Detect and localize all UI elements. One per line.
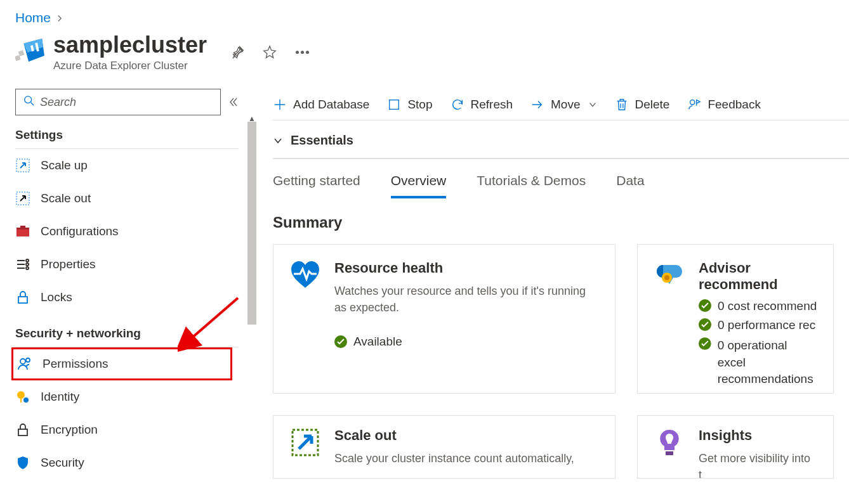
breadcrumb-home-link[interactable]: Home bbox=[15, 10, 51, 25]
sidebar-item-properties[interactable]: Properties bbox=[15, 248, 239, 281]
card-title: Advisor recommend bbox=[699, 260, 817, 293]
svg-rect-15 bbox=[18, 297, 27, 303]
shield-icon bbox=[15, 455, 30, 470]
tab-getting-started[interactable]: Getting started bbox=[273, 173, 360, 198]
sidebar-item-label: Permissions bbox=[43, 357, 108, 371]
favorite-star-icon[interactable] bbox=[263, 45, 277, 59]
sidebar-item-label: Scale out bbox=[41, 191, 91, 205]
sidebar-item-identity[interactable]: Identity bbox=[15, 380, 239, 413]
tab-bar: Getting started Overview Tutorials & Dem… bbox=[273, 159, 849, 204]
delete-button[interactable]: Delete bbox=[615, 98, 670, 112]
sidebar-item-scale-up[interactable]: Scale up bbox=[15, 149, 239, 182]
sidebar-section-settings: Settings bbox=[15, 128, 239, 149]
sidebar-item-security[interactable]: Security bbox=[15, 446, 239, 479]
sidebar: Settings Scale up Scale out Configuratio… bbox=[0, 89, 241, 494]
cluster-icon bbox=[15, 37, 44, 67]
sidebar-item-configurations[interactable]: Configurations bbox=[15, 215, 239, 248]
pin-icon[interactable] bbox=[231, 45, 245, 59]
card-title: Resource health bbox=[334, 260, 598, 276]
card-desc: Scale your cluster instance count automa… bbox=[334, 450, 574, 467]
svg-rect-19 bbox=[20, 397, 22, 403]
sidebar-item-permissions[interactable]: Permissions bbox=[11, 347, 232, 380]
permissions-icon bbox=[17, 356, 32, 372]
command-toolbar: Add Database Stop Refresh Move Delete bbox=[273, 89, 849, 120]
svg-rect-9 bbox=[16, 229, 29, 236]
svg-point-17 bbox=[26, 358, 30, 362]
svg-rect-32 bbox=[666, 451, 673, 455]
breadcrumb-separator bbox=[56, 10, 63, 25]
add-database-button[interactable]: Add Database bbox=[273, 98, 369, 112]
svg-point-6 bbox=[25, 96, 32, 103]
card-title: Insights bbox=[699, 427, 817, 444]
svg-point-12 bbox=[26, 259, 29, 262]
lock-icon bbox=[15, 290, 30, 305]
main-content: Add Database Stop Refresh Move Delete bbox=[241, 89, 849, 494]
more-actions-icon[interactable] bbox=[294, 51, 310, 54]
scale-up-icon bbox=[15, 158, 30, 173]
insights-icon bbox=[654, 427, 685, 463]
svg-rect-21 bbox=[18, 429, 27, 436]
sidebar-item-label: Locks bbox=[41, 290, 72, 304]
sidebar-item-encryption[interactable]: Encryption bbox=[15, 413, 239, 446]
advisor-row: 0 cost recommend bbox=[699, 299, 817, 313]
card-resource-health[interactable]: Resource health Watches your resource an… bbox=[273, 244, 615, 394]
summary-heading: Summary bbox=[273, 214, 849, 231]
sidebar-item-label: Encryption bbox=[41, 423, 98, 437]
svg-point-24 bbox=[690, 100, 695, 104]
chevron-down-icon bbox=[588, 100, 597, 109]
scale-out-card-icon bbox=[290, 427, 320, 463]
heart-health-icon bbox=[290, 260, 320, 378]
tab-tutorials[interactable]: Tutorials & Demos bbox=[477, 173, 586, 198]
refresh-button[interactable]: Refresh bbox=[451, 98, 513, 112]
sidebar-item-locks[interactable]: Locks bbox=[15, 281, 239, 314]
svg-point-14 bbox=[26, 267, 29, 269]
card-scale-out[interactable]: Scale out Scale your cluster instance co… bbox=[273, 415, 615, 479]
advisor-row: 0 operational excelrecommendations bbox=[699, 337, 817, 388]
card-desc: Get more visibility into t bbox=[699, 450, 817, 479]
svg-rect-11 bbox=[20, 226, 25, 228]
sidebar-item-label: Configurations bbox=[41, 224, 119, 238]
sidebar-item-label: Identity bbox=[41, 390, 79, 404]
search-input[interactable] bbox=[40, 96, 213, 109]
sidebar-item-label: Properties bbox=[41, 257, 96, 271]
scale-out-icon bbox=[15, 191, 30, 206]
card-desc: Watches your resource and tells you if i… bbox=[334, 283, 598, 316]
stop-button[interactable]: Stop bbox=[387, 98, 432, 112]
scrollbar-thumb[interactable] bbox=[247, 122, 256, 325]
card-advisor[interactable]: Advisor recommend 0 cost recommend 0 per… bbox=[637, 244, 834, 394]
page-title-row: samplecluster Azure Data Explorer Cluste… bbox=[0, 25, 849, 72]
svg-point-13 bbox=[26, 263, 29, 266]
check-circle-icon bbox=[699, 337, 711, 350]
encryption-icon bbox=[15, 422, 30, 437]
essentials-toggle[interactable]: Essentials bbox=[273, 120, 849, 159]
advisor-row: 0 performance rec bbox=[699, 318, 817, 332]
tab-overview[interactable]: Overview bbox=[391, 173, 447, 198]
sidebar-search[interactable] bbox=[15, 89, 221, 115]
svg-rect-23 bbox=[390, 100, 399, 109]
page-title: samplecluster bbox=[53, 32, 207, 58]
feedback-button[interactable]: Feedback bbox=[687, 98, 760, 112]
svg-point-20 bbox=[23, 397, 29, 403]
sidebar-item-label: Security bbox=[41, 456, 84, 470]
collapse-sidebar-icon[interactable] bbox=[228, 97, 239, 107]
breadcrumb: Home bbox=[0, 0, 849, 25]
sidebar-item-scale-out[interactable]: Scale out bbox=[15, 182, 239, 215]
check-circle-icon bbox=[699, 299, 711, 312]
check-circle-icon bbox=[334, 335, 347, 348]
health-status: Available bbox=[334, 335, 598, 349]
tab-data[interactable]: Data bbox=[616, 173, 644, 198]
configurations-icon bbox=[15, 224, 30, 239]
properties-icon bbox=[15, 257, 30, 272]
page-subtitle: Azure Data Explorer Cluster bbox=[53, 60, 207, 72]
card-insights[interactable]: Insights Get more visibility into t bbox=[637, 415, 834, 479]
search-icon bbox=[23, 95, 35, 109]
identity-icon bbox=[15, 389, 30, 404]
check-circle-icon bbox=[699, 318, 711, 331]
advisor-icon bbox=[654, 260, 685, 378]
svg-point-27 bbox=[664, 275, 669, 280]
move-button[interactable]: Move bbox=[530, 98, 596, 112]
svg-rect-10 bbox=[16, 228, 29, 229]
sidebar-section-security: Security + networking bbox=[15, 326, 239, 347]
sidebar-item-label: Scale up bbox=[41, 158, 88, 172]
chevron-down-icon bbox=[273, 136, 283, 146]
